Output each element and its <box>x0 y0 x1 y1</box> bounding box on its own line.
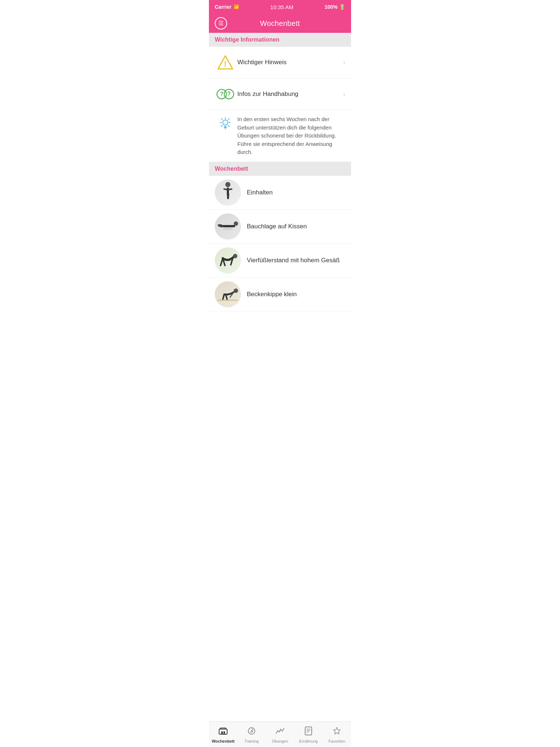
wochenbett-section-header: Wochenbett <box>209 162 351 176</box>
svg-rect-27 <box>218 225 223 227</box>
svg-text:?: ? <box>227 91 231 97</box>
svg-text:!: ! <box>224 59 226 69</box>
wochenbett-section-title: Wochenbett <box>215 166 248 172</box>
wichtiger-hinweis-item[interactable]: ! Wichtiger Hinweis › <box>209 47 351 78</box>
info-paragraph: In den ersten sechs Wochen nach der Gebu… <box>237 115 345 156</box>
warning-icon: ! <box>215 52 236 73</box>
wichtige-info-title: Wichtige Informationen <box>215 36 280 43</box>
exercise-beckenkippe[interactable]: Beckenkippe klein <box>209 278 351 311</box>
battery-icon: 🔋 <box>339 4 345 10</box>
svg-point-6 <box>223 120 228 125</box>
carrier-label: Carrier <box>215 4 232 10</box>
time-display: 10:35 AM <box>270 4 293 10</box>
exercise-einhalten[interactable]: Einhalten <box>209 176 351 210</box>
exercise-einhalten-image <box>215 179 241 206</box>
carrier-wifi: Carrier 📶 <box>215 4 239 10</box>
svg-line-12 <box>228 125 229 127</box>
svg-point-28 <box>223 227 233 230</box>
chevron-right-icon: › <box>343 59 345 66</box>
svg-text:?: ? <box>220 91 223 97</box>
question-icon: ? ? <box>215 84 236 105</box>
exercise-vierfuesslerstand-label: Vierfüßlerstand mit hohem Gesäß <box>247 257 345 264</box>
menu-button[interactable]: ☰ <box>215 17 227 30</box>
exercise-bauchlage-label: Bauchlage auf Kissen <box>247 223 345 230</box>
nav-bar: ☰ Wochenbett <box>209 14 351 33</box>
chevron-right-icon-2: › <box>343 90 345 98</box>
wichtige-info-section-header: Wichtige Informationen <box>209 33 351 47</box>
exercise-bauchlage[interactable]: Bauchlage auf Kissen <box>209 210 351 244</box>
nav-title: Wochenbett <box>260 19 300 28</box>
battery-status: 100% 🔋 <box>324 4 345 10</box>
exercise-beckenkippe-label: Beckenkippe klein <box>247 291 345 298</box>
infos-handhabung-label: Infos zur Handhabung <box>237 90 340 98</box>
svg-line-11 <box>221 119 222 120</box>
exercise-vierfuesslerstand[interactable]: Vierfüßlerstand mit hohem Gesäß <box>209 244 351 278</box>
wichtiger-hinweis-label: Wichtiger Hinweis <box>237 59 340 66</box>
lightbulb-icon <box>215 115 236 131</box>
battery-label: 100% <box>324 4 338 10</box>
exercise-vierfuesslerstand-image <box>215 247 241 274</box>
hamburger-icon: ☰ <box>218 20 223 26</box>
svg-rect-15 <box>224 126 226 127</box>
svg-rect-19 <box>227 187 229 194</box>
svg-line-14 <box>221 125 222 127</box>
exercise-einhalten-label: Einhalten <box>247 189 345 196</box>
svg-line-34 <box>223 294 224 299</box>
svg-point-18 <box>225 182 230 187</box>
exercise-bauchlage-image <box>215 213 241 240</box>
wifi-icon: 📶 <box>234 4 239 9</box>
svg-line-13 <box>228 119 229 120</box>
status-bar: Carrier 📶 10:35 AM 100% 🔋 <box>209 0 351 14</box>
exercise-beckenkippe-image <box>215 281 241 307</box>
svg-point-17 <box>225 128 226 129</box>
info-text-row: In den ersten sechs Wochen nach der Gebu… <box>209 110 351 162</box>
svg-rect-16 <box>224 127 227 128</box>
infos-handhabung-item[interactable]: ? ? Infos zur Handhabung › <box>209 78 351 110</box>
